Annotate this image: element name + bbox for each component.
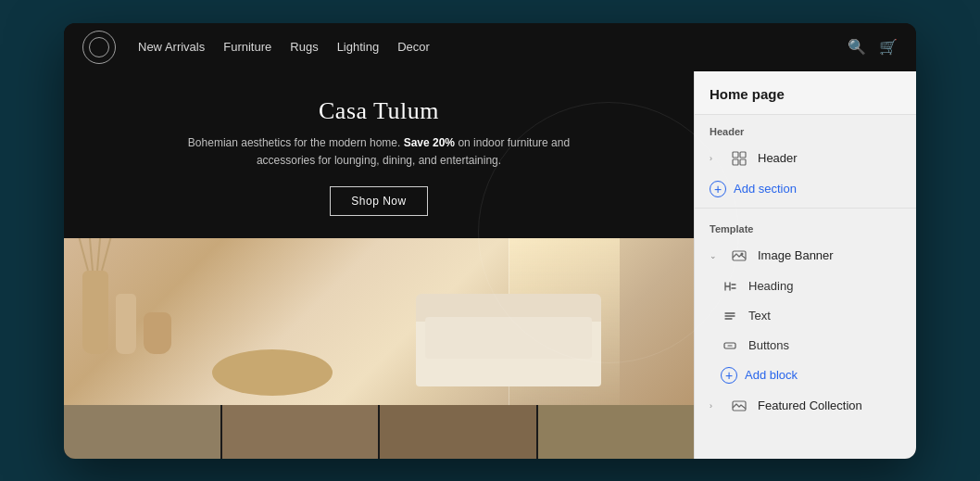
logo [82,31,116,64]
separator [695,208,916,209]
thumb-2 [222,405,379,459]
text-label: Text [748,309,771,323]
header-grid-icon [730,149,748,168]
thumb-4 [538,405,695,459]
vase-short [144,312,171,354]
stem-4 [101,238,115,271]
nav-furniture[interactable]: Furniture [223,40,271,54]
heading-item[interactable]: Heading [695,272,916,301]
add-section-icon: + [710,181,726,197]
text-icon [721,307,739,325]
thumbnails-bar [64,405,694,459]
logo-inner [89,37,109,57]
search-icon[interactable]: 🔍 [848,38,866,56]
header-section-label: Header [695,115,916,143]
vase-group [82,271,171,354]
sofa-cushion [425,317,592,359]
thumb-1 [64,405,220,459]
heading-label: Heading [748,279,793,293]
browser-window: New Arrivals Furniture Rugs Lighting Dec… [64,23,916,459]
nav-new-arrivals[interactable]: New Arrivals [138,40,205,54]
nav-decor[interactable]: Decor [397,40,430,54]
editor-panel: Home page Header › Header + Add [694,71,916,459]
template-section-label: Template [695,212,916,240]
hero-image-inner [64,238,694,405]
text-item[interactable]: Text [695,301,916,331]
heading-icon [721,277,739,296]
vase-medium [116,294,136,354]
hero-section: Casa Tulum Bohemian aesthetics for the m… [64,71,694,238]
buttons-label: Buttons [748,338,789,352]
sofa [416,312,601,386]
panel-header: Home page [695,71,916,115]
nav-rugs[interactable]: Rugs [290,40,318,54]
featured-collection-chevron-icon: › [710,400,721,411]
hero-subtitle: Bohemian aesthetics for the modern home.… [184,134,573,170]
featured-collection-label: Featured Collection [758,399,862,412]
site-preview: Casa Tulum Bohemian aesthetics for the m… [64,71,694,459]
image-banner-label: Image Banner [758,248,834,262]
main-content: Casa Tulum Bohemian aesthetics for the m… [64,71,916,459]
image-banner-item[interactable]: ⌄ Image Banner [695,240,916,272]
featured-collection-icon [730,397,748,415]
room-background [64,238,694,405]
nav-links: New Arrivals Furniture Rugs Lighting Dec… [138,40,825,54]
thumb-3 [380,405,536,459]
add-block-button[interactable]: + Add block [695,361,916,390]
add-section-button[interactable]: + Add section [695,174,916,204]
svg-rect-3 [740,159,746,165]
header-item[interactable]: › Header [695,143,916,174]
svg-rect-2 [733,159,738,165]
site-header: New Arrivals Furniture Rugs Lighting Dec… [64,23,916,71]
buttons-icon [721,336,739,355]
header-label: Header [758,151,798,165]
plant-stems [87,238,103,271]
featured-collection-item[interactable]: › Featured Collection [695,390,916,422]
image-banner-chevron-icon: ⌄ [710,250,721,261]
nav-icons: 🔍 🛒 [848,38,898,56]
header-chevron-icon: › [710,153,721,164]
coffee-table [212,349,333,396]
hero-image [64,238,694,405]
svg-point-5 [741,252,744,255]
image-banner-icon [730,247,748,265]
nav-lighting[interactable]: Lighting [337,40,380,54]
hero-title: Casa Tulum [82,97,675,125]
svg-rect-1 [740,152,746,158]
buttons-item[interactable]: Buttons [695,331,916,361]
add-block-label: Add block [745,368,798,382]
add-block-icon: + [721,367,737,384]
svg-rect-0 [733,152,738,158]
panel-title: Home page [710,86,785,102]
stem-1 [74,238,89,271]
shop-now-button[interactable]: Shop Now [330,186,427,216]
cart-icon[interactable]: 🛒 [879,38,898,56]
add-section-label: Add section [734,182,797,196]
vase-tall [82,271,108,354]
